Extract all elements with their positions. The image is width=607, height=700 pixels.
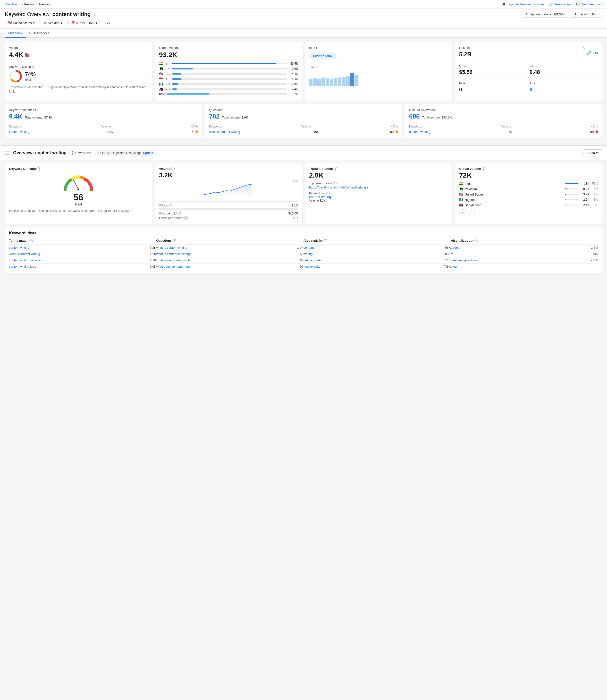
trend-bar-8 [338, 78, 341, 86]
flag-nigeria: 🇳🇬 [459, 198, 463, 202]
talk-link-3[interactable]: blog [451, 265, 457, 268]
add-keyword-icon[interactable]: ⊕ [93, 13, 97, 17]
volume-s2-card: Volume ? ⋮ 3.2K 4.5K [155, 163, 302, 224]
gv-value: 72K [459, 171, 598, 179]
us-flag-small: 🇺🇸 [25, 53, 29, 57]
gv-row-bangladesh: 🇧🇩 Bangladesh 2.4K 3% [459, 203, 598, 207]
talk-link-1[interactable]: re [451, 252, 454, 256]
hamburger-menu[interactable] [5, 151, 9, 155]
questions-header: Keywords Volume KD % [209, 123, 398, 128]
help-icon-kd[interactable]: ? [38, 167, 41, 170]
keyword-course-link[interactable]: 🎓 Keyword Research course [502, 2, 544, 6]
kd-donut [9, 69, 23, 83]
gv-next-button[interactable]: › [468, 209, 475, 216]
questions-link-3[interactable]: what does content mean [156, 265, 191, 268]
rank-link-3[interactable]: how to write [304, 265, 320, 268]
pla-section: PLA 0 [459, 81, 528, 93]
help-icon-tr[interactable]: ? [333, 182, 336, 185]
parent-topic-label: Parent Topic ? [309, 192, 448, 195]
help-icon-cps[interactable]: ? [184, 217, 188, 220]
keyword-ideas-section: Keyword ideas Terms match ? content writ… [5, 227, 602, 274]
trend-bar-3 [317, 79, 321, 86]
talk-link-0[interactable]: people [451, 246, 460, 249]
book-icon: 📖 [549, 2, 552, 6]
graduation-icon: 🎓 [502, 2, 506, 6]
country-filter[interactable]: 🇺🇸 United States ▾ [5, 20, 37, 26]
bar-us [172, 73, 287, 75]
tab-bulk-analysis[interactable]: Bulk Analysis [26, 29, 53, 38]
main-content: Volume 4.4K 🇺🇸 Keyword Difficulty 74% Ha [0, 38, 607, 145]
questions-link-1[interactable]: what is content in writing [156, 252, 191, 256]
hamburger-line [5, 153, 9, 153]
com-value: 0.48 [529, 69, 598, 75]
help-icon-clicks[interactable]: ? [168, 204, 172, 207]
export-pdf-button[interactable]: ⬆ Export to PDF [571, 11, 602, 18]
num-other: 19.7K [289, 92, 298, 96]
rank-link-2[interactable]: define content [304, 259, 323, 262]
pla-value: 0 [459, 86, 528, 93]
add-to-button[interactable]: + Add to [583, 149, 602, 157]
help-icon-tp[interactable]: ? [334, 167, 337, 170]
kw-variations-header: Keywords Volume KD % [9, 123, 198, 128]
questions-row-3: what does content mean 90 [156, 263, 304, 270]
svg-point-4 [78, 188, 79, 190]
related-link[interactable]: content writting [409, 130, 430, 133]
terms-match-header: Terms match ? [9, 239, 156, 242]
sf-plus: +5 [594, 51, 598, 55]
rank-link-0[interactable]: content [304, 246, 314, 249]
terms-link-0[interactable]: content writing [9, 246, 29, 249]
com-label: Com. [529, 64, 598, 67]
help-icon-gv[interactable]: ? [482, 167, 485, 170]
update-metrics-button[interactable]: ↻ Update metrics 0/5,000 [522, 11, 568, 18]
help-icon-questions[interactable]: ? [173, 239, 176, 242]
terms-link-3[interactable]: content writing jobs [9, 265, 36, 268]
device-filter[interactable]: 🖥 Desktop ▾ [41, 20, 65, 26]
kw-variations-row: content writing 4.4K 74 [9, 129, 198, 134]
serp-update-link[interactable]: Update [143, 151, 153, 155]
help-icon-vol[interactable]: ? [171, 167, 174, 170]
questions-link-0[interactable]: what is content writing [156, 246, 187, 249]
chevron-down-icon: ▾ [33, 21, 35, 25]
help-icon-talk[interactable]: ? [475, 239, 478, 242]
user-manual-link[interactable]: 📖 User manual [549, 2, 571, 6]
volume-more-button[interactable]: ⋮ [599, 0, 603, 5]
breadcrumb-dashboard[interactable]: Dashboard [5, 2, 20, 6]
code-in: IN [165, 62, 171, 66]
top-ranking-url[interactable]: https://backlinko.com/hub/content/writin… [309, 186, 448, 189]
gv-countries: 🇮🇳 India 38K 52% 🇵🇰 Pakistan 8.2K 11% 🇺🇸… [459, 182, 598, 207]
action-buttons: ↻ Update metrics 0/5,000 ⬆ Export to PDF [522, 11, 602, 18]
questions-link[interactable]: what is content writing [209, 130, 240, 133]
questions-kd: 60 [390, 130, 398, 133]
date-filter[interactable]: 📅 Jun 22, 2022 ▾ [68, 20, 100, 26]
terms-link-2[interactable]: content writing services [9, 259, 42, 262]
tp-label: Traffic Potential ? [309, 167, 448, 170]
also-rank-col: Also rank for ? content 98K writing 88K … [304, 239, 451, 270]
tab-overview[interactable]: Overview [5, 29, 26, 38]
country-row-id: 🇮🇩 ID 4.4K [159, 77, 298, 81]
rank-row-2: define content 11K [304, 257, 451, 263]
help-icon-pt[interactable]: ? [326, 192, 330, 195]
kw-variations-link[interactable]: content writing [9, 130, 29, 133]
top-cards: Volume 4.4K 🇺🇸 Keyword Difficulty 74% Ha [5, 42, 602, 101]
title-row: Keyword Overview: content writing ⊕ ↻ Up… [0, 9, 607, 18]
gv-prev-button[interactable]: ‹ [459, 209, 466, 216]
kw-variations-kd: 74 [190, 130, 198, 133]
num-us: 4.4K [289, 72, 298, 76]
help-icon-terms[interactable]: ? [29, 239, 33, 242]
send-feedback-link[interactable]: 💬 Send feedback [576, 2, 602, 6]
questions-link-2[interactable]: what is seo content writing [156, 259, 193, 262]
talk-link-2[interactable]: interview questions [451, 259, 478, 262]
how-to-use[interactable]: ❓ How to use [70, 151, 91, 155]
sparkline-svg [159, 180, 298, 197]
kd-dot-q [396, 130, 398, 133]
parent-topic-link[interactable]: content writing [309, 195, 331, 199]
terms-link-1[interactable]: what is content writing [9, 252, 40, 256]
help-icon-rank[interactable]: ? [324, 239, 327, 242]
questions-row-0: what is content writing 1.2K [156, 244, 304, 251]
sf-section: SF ☆ 🔗 ? +5 [583, 46, 598, 55]
rank-link-1[interactable]: writing [304, 252, 313, 256]
section2-title: Overview: content writing [13, 150, 66, 156]
flag-pakistan: 🇵🇰 [459, 187, 463, 191]
intent-label: Intent [309, 46, 448, 49]
help-icon-cpc[interactable]: ? [179, 212, 182, 215]
